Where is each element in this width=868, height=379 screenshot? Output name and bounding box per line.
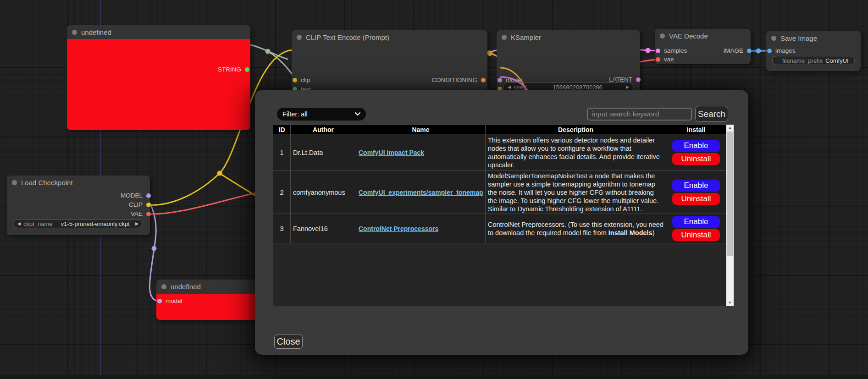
node-collapse-dot-icon[interactable]	[12, 180, 17, 185]
node-title-bar[interactable]: VAE Decode	[655, 29, 751, 43]
slot-dot[interactable]	[293, 78, 297, 82]
node-title-bar[interactable]: undefined	[67, 25, 250, 39]
slot-label: clip	[301, 77, 310, 83]
node-collapse-dot-icon[interactable]	[161, 284, 166, 289]
wire-midpoint-dot	[217, 171, 222, 176]
search-input[interactable]	[587, 108, 692, 121]
slot-dot[interactable]	[157, 299, 162, 303]
enable-button[interactable]: Enable	[672, 140, 720, 152]
node-collapse-dot-icon[interactable]	[660, 33, 665, 38]
slot-dot[interactable]	[656, 49, 660, 53]
ckpt-name-widget[interactable]: ◀ ckpt_name v1-5-pruned-emaonly.ckpt ▶	[13, 219, 143, 228]
close-button[interactable]: Close	[274, 335, 303, 349]
filter-dropdown[interactable]: Filter: all	[277, 108, 366, 121]
slot-dot[interactable]	[767, 49, 772, 53]
widget-value: v1-5-pruned-emaonly.ckpt	[61, 220, 130, 227]
widget-label: ckpt_name	[23, 220, 53, 227]
scrollbar-up-arrow-icon[interactable]: ▲	[726, 125, 734, 131]
decrement-arrow-icon[interactable]: ◀	[508, 85, 511, 89]
wire-midpoint-dot	[756, 49, 761, 54]
cell-id: 1	[273, 134, 291, 171]
output-slot-conditioning[interactable]: CONDITIONING	[431, 76, 483, 84]
slot-dot[interactable]	[245, 67, 249, 72]
input-slot-samples[interactable]: samples	[658, 47, 687, 55]
filename-prefix-widget[interactable]: filename_prefix ComfyUI	[772, 56, 855, 65]
output-slot-clip[interactable]: CLIP	[129, 201, 148, 209]
wire-midpoint-dot	[152, 246, 157, 251]
extension-link[interactable]: ControlNet Preprocessors	[359, 225, 438, 232]
input-slot-clip[interactable]: clip	[295, 76, 310, 84]
scrollbar-down-arrow-icon[interactable]: ▼	[726, 300, 734, 306]
description-bold-text: Install Models	[608, 229, 652, 236]
node-undefined-top[interactable]: undefined STRING	[67, 25, 250, 130]
increment-arrow-icon[interactable]: ▶	[626, 85, 629, 89]
previous-arrow-icon[interactable]: ◀	[17, 221, 21, 226]
cell-description: ControlNet Preprocessors. (To use this e…	[486, 214, 666, 243]
slot-label: VAE	[131, 210, 143, 217]
header-description: Description	[486, 125, 666, 134]
node-title: CLIP Text Encode (Prompt)	[306, 33, 389, 41]
node-collapse-dot-icon[interactable]	[771, 36, 776, 41]
table-scrollbar[interactable]: ▲ ▼	[726, 125, 734, 306]
uninstall-button[interactable]: Uninstall	[672, 229, 720, 241]
uninstall-button[interactable]: Uninstall	[672, 193, 720, 205]
node-ksampler[interactable]: KSampler model positive negative latent_…	[497, 30, 640, 94]
input-slot-images[interactable]: images	[770, 47, 796, 55]
node-title-bar[interactable]: CLIP Text Encode (Prompt)	[292, 30, 487, 44]
enable-button[interactable]: Enable	[672, 216, 720, 228]
enable-button[interactable]: Enable	[672, 180, 720, 192]
uninstall-button[interactable]: Uninstall	[672, 153, 720, 165]
table-header-row: ID Author Name Description Install	[273, 125, 726, 134]
cell-install: Enable Uninstall	[666, 171, 726, 214]
node-title-bar[interactable]: Save Image	[766, 31, 861, 45]
table-row: 1 Dr.Lt.Data ComfyUI Impact Pack This ex…	[273, 134, 726, 171]
header-author: Author	[291, 125, 356, 134]
header-name: Name	[356, 125, 486, 134]
slot-dot[interactable]	[146, 193, 151, 198]
scrollbar-thumb[interactable]	[727, 132, 733, 256]
node-collapse-dot-icon[interactable]	[297, 35, 302, 40]
node-title: Save Image	[780, 34, 817, 42]
node-title: VAE Decode	[669, 32, 708, 40]
node-collapse-dot-icon[interactable]	[502, 35, 507, 40]
slot-label: IMAGE	[723, 47, 743, 54]
slot-label: LATENT	[609, 76, 632, 83]
slot-dot[interactable]	[481, 78, 486, 82]
input-slot-model[interactable]: model	[160, 297, 182, 305]
slot-label: model	[166, 297, 182, 304]
node-title-bar[interactable]: KSampler	[497, 30, 640, 44]
output-slot-image[interactable]: IMAGE	[723, 47, 749, 55]
node-title-bar[interactable]: Load Checkpoint	[7, 176, 150, 189]
node-collapse-dot-icon[interactable]	[72, 30, 77, 35]
slot-dot[interactable]	[747, 49, 752, 53]
custom-nodes-manager-dialog: Filter: all Search ID Author Name Descri…	[255, 90, 748, 355]
widget-label: seed	[514, 84, 526, 91]
comfyui-canvas[interactable]: undefined STRING CLIP Text Encode (Promp…	[0, 0, 868, 379]
next-arrow-icon[interactable]: ▶	[135, 221, 138, 226]
node-title: Load Checkpoint	[21, 179, 73, 187]
search-button[interactable]: Search	[695, 106, 728, 122]
cell-author: comfyanonymous	[291, 171, 356, 214]
output-slot-string[interactable]: STRING	[218, 66, 247, 74]
node-title: KSampler	[511, 33, 541, 41]
node-vae-decode[interactable]: VAE Decode samples vae IMAGE	[655, 29, 751, 64]
extension-link[interactable]: ComfyUI Impact Pack	[359, 149, 424, 156]
node-load-checkpoint[interactable]: Load Checkpoint MODEL CLIP VAE ◀ ckpt_na…	[7, 176, 150, 235]
input-slot-vae[interactable]: vae	[658, 55, 674, 64]
header-install: Install	[666, 125, 726, 134]
slot-dot[interactable]	[636, 77, 641, 82]
cell-id: 3	[273, 214, 291, 243]
slot-dot[interactable]	[146, 203, 151, 207]
cell-id: 2	[273, 171, 291, 214]
output-slot-vae[interactable]: VAE	[131, 210, 148, 218]
slot-dot[interactable]	[656, 57, 660, 62]
wire-midpoint-dot	[265, 49, 271, 54]
slot-dot[interactable]	[498, 78, 502, 82]
output-slot-model[interactable]: MODEL	[121, 192, 148, 200]
slot-dot[interactable]	[146, 212, 151, 216]
extension-link[interactable]: ComfyUI_experiments/sampler_tonemap	[359, 189, 483, 196]
node-save-image[interactable]: Save Image images filename_prefix ComfyU…	[766, 31, 861, 71]
wire-midpoint-dot	[487, 50, 492, 56]
node-clip-text-encode[interactable]: CLIP Text Encode (Prompt) clip text COND…	[292, 30, 487, 92]
cell-description: This extension offers various detector n…	[486, 134, 666, 171]
